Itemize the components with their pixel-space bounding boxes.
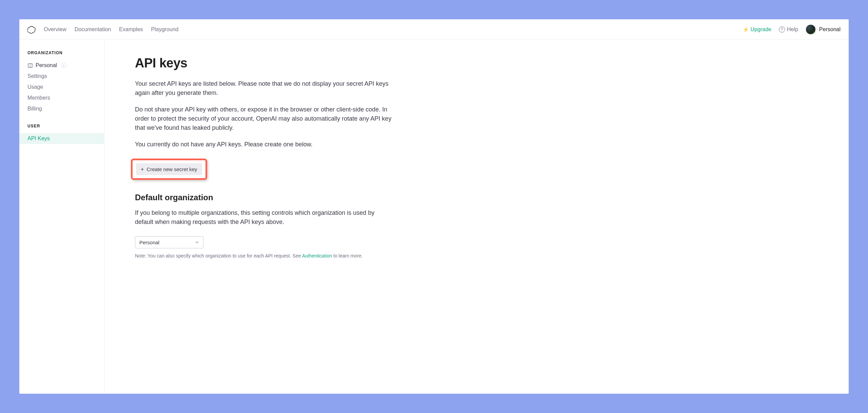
info-icon[interactable]: i bbox=[61, 63, 66, 68]
page-title: API keys bbox=[135, 56, 849, 70]
authentication-link[interactable]: Authentication bbox=[302, 253, 332, 259]
upgrade-label: Upgrade bbox=[751, 26, 771, 33]
help-label: Help bbox=[787, 26, 798, 33]
account-menu[interactable]: Personal bbox=[806, 24, 841, 35]
svg-rect-0 bbox=[28, 64, 32, 67]
help-icon: ? bbox=[779, 26, 785, 33]
nav-examples[interactable]: Examples bbox=[119, 26, 143, 33]
sidebar-user-heading: USER bbox=[19, 124, 104, 133]
openai-logo-icon[interactable] bbox=[27, 25, 36, 34]
sidebar-item-members[interactable]: Members bbox=[19, 92, 104, 103]
org-select-value: Personal bbox=[139, 240, 159, 245]
sidebar: ORGANIZATION Personal i Settings Usage M… bbox=[19, 40, 104, 394]
nav-right: ⚡ Upgrade ? Help Personal bbox=[743, 24, 841, 35]
main-content: API keys Your secret API keys are listed… bbox=[104, 40, 849, 394]
intro-paragraph-3: You currently do not have any API keys. … bbox=[135, 140, 393, 149]
intro-paragraph-1: Your secret API keys are listed below. P… bbox=[135, 79, 393, 98]
app-window: Overview Documentation Examples Playgrou… bbox=[19, 19, 849, 394]
create-button-label: Create new secret key bbox=[146, 166, 197, 172]
sidebar-org-name: Personal bbox=[36, 62, 57, 68]
intro-paragraph-2: Do not share your API key with others, o… bbox=[135, 105, 393, 132]
nav-overview[interactable]: Overview bbox=[44, 26, 66, 33]
chevron-down-icon bbox=[195, 240, 199, 245]
bolt-icon: ⚡ bbox=[743, 27, 749, 32]
sidebar-item-billing[interactable]: Billing bbox=[19, 103, 104, 114]
avatar-icon bbox=[806, 24, 816, 35]
top-nav: Overview Documentation Examples Playgrou… bbox=[19, 19, 849, 40]
sidebar-item-usage[interactable]: Usage bbox=[19, 82, 104, 92]
default-org-description: If you belong to multiple organizations,… bbox=[135, 208, 393, 227]
body: ORGANIZATION Personal i Settings Usage M… bbox=[19, 40, 849, 394]
sidebar-org-heading: ORGANIZATION bbox=[19, 50, 104, 60]
sidebar-org-selector[interactable]: Personal i bbox=[19, 60, 104, 71]
sidebar-item-api-keys[interactable]: API Keys bbox=[19, 133, 104, 144]
upgrade-link[interactable]: ⚡ Upgrade bbox=[743, 26, 771, 33]
account-label: Personal bbox=[819, 26, 841, 33]
nav-playground[interactable]: Playground bbox=[151, 26, 179, 33]
create-secret-key-button[interactable]: + Create new secret key bbox=[136, 163, 202, 175]
nav-links: Overview Documentation Examples Playgrou… bbox=[44, 26, 179, 33]
building-icon bbox=[27, 63, 33, 68]
nav-documentation[interactable]: Documentation bbox=[75, 26, 111, 33]
default-org-heading: Default organization bbox=[135, 193, 849, 202]
help-link[interactable]: ? Help bbox=[779, 26, 798, 33]
plus-icon: + bbox=[141, 167, 144, 172]
default-org-select[interactable]: Personal bbox=[135, 236, 203, 248]
sidebar-item-settings[interactable]: Settings bbox=[19, 71, 104, 82]
note-text: Note: You can also specify which organiz… bbox=[135, 253, 393, 259]
annotation-highlight: + Create new secret key bbox=[131, 159, 207, 180]
